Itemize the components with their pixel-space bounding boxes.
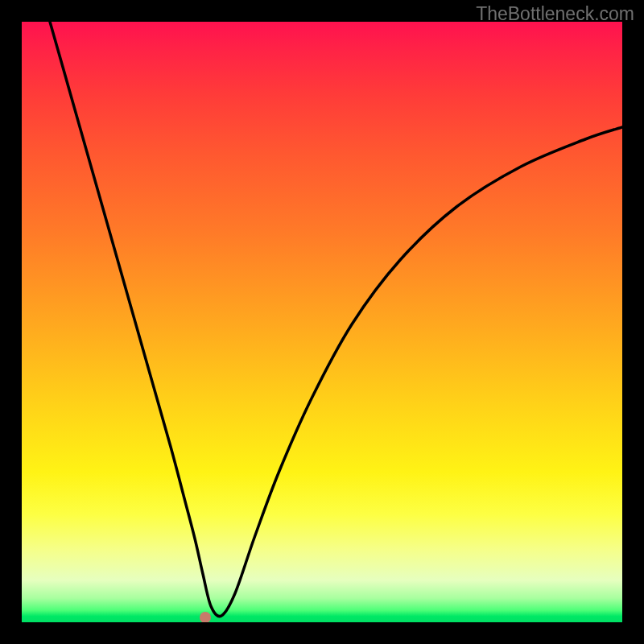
chart-frame: TheBottleneck.com — [0, 0, 644, 644]
watermark: TheBottleneck.com — [476, 3, 634, 25]
plot-area — [22, 22, 622, 622]
gradient-background — [22, 22, 622, 622]
